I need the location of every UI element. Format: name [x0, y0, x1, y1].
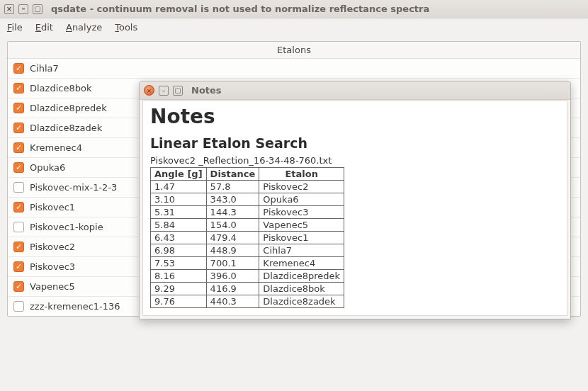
cell-distance: 416.9: [206, 283, 259, 295]
cell-angle: 5.84: [151, 219, 207, 232]
notes-window-title: Notes: [191, 85, 222, 96]
results-table: Angle [g] Distance Etalon 1.4757.8Piskov…: [150, 167, 344, 308]
col-angle: Angle [g]: [151, 168, 207, 181]
list-item-label: Kremenec4: [30, 142, 82, 153]
table-row: 6.43479.4Piskovec1: [151, 232, 344, 244]
cell-distance: 343.0: [206, 193, 259, 206]
close-icon[interactable]: ×: [144, 85, 154, 96]
cell-distance: 154.0: [206, 219, 259, 232]
checkbox[interactable]: [13, 142, 24, 153]
etalons-header: Etalons: [8, 42, 580, 59]
cell-angle: 8.16: [151, 270, 207, 283]
checkbox[interactable]: [13, 242, 24, 252]
checkbox[interactable]: [13, 162, 24, 173]
table-header-row: Angle [g] Distance Etalon: [151, 168, 344, 181]
col-etalon: Etalon: [259, 168, 344, 181]
checkbox[interactable]: [13, 103, 24, 113]
notes-heading: Notes: [150, 105, 560, 128]
menu-file[interactable]: File: [7, 22, 23, 33]
list-item-label: Piskovec-mix-1-2-3: [30, 182, 117, 193]
list-item-label: Dlazdice8predek: [30, 103, 107, 113]
cell-distance: 448.9: [206, 244, 259, 257]
list-item-label: Cihla7: [30, 63, 59, 74]
cell-angle: 7.53: [151, 257, 207, 270]
checkbox[interactable]: [13, 261, 24, 272]
checkbox[interactable]: [13, 281, 24, 292]
table-row: 1.4757.8Piskovec2: [151, 181, 344, 193]
checkbox[interactable]: [13, 301, 24, 312]
menu-tools[interactable]: Tools: [115, 22, 137, 33]
cell-angle: 6.43: [151, 232, 207, 244]
list-item-label: zzz-kremenec1-136: [30, 301, 120, 312]
cell-etalon: Dlazdice8predek: [259, 270, 344, 283]
list-item-label: Vapenec5: [30, 281, 75, 292]
cell-etalon: Opuka6: [259, 193, 344, 206]
col-distance: Distance: [206, 168, 259, 181]
notes-body: Notes Linear Etalon Search Piskovec2 _Re…: [142, 100, 567, 316]
cell-etalon: Dlazdice8zadek: [259, 295, 344, 308]
table-row: 9.76440.3Dlazdice8zadek: [151, 295, 344, 308]
menu-edit[interactable]: Edit: [35, 22, 53, 33]
checkbox[interactable]: [13, 202, 24, 212]
checkbox[interactable]: [13, 63, 24, 74]
cell-distance: 396.0: [206, 270, 259, 283]
menu-analyze[interactable]: Analyze: [66, 22, 102, 33]
table-row: 3.10343.0Opuka6: [151, 193, 344, 206]
checkbox[interactable]: [13, 182, 24, 193]
maximize-icon[interactable]: ▢: [33, 4, 43, 14]
window-title: qsdate - continuum removal is not used t…: [51, 4, 429, 14]
cell-distance: 440.3: [206, 295, 259, 308]
table-row: 5.84154.0Vapenec5: [151, 219, 344, 232]
list-item-label: Piskovec1: [30, 202, 75, 212]
table-row: 7.53700.1Kremenec4: [151, 257, 344, 270]
table-row: 8.16396.0Dlazdice8predek: [151, 270, 344, 283]
close-icon[interactable]: ×: [4, 4, 14, 14]
cell-angle: 5.31: [151, 206, 207, 219]
cell-distance: 144.3: [206, 206, 259, 219]
minimize-icon[interactable]: –: [159, 86, 169, 96]
menubar: File Edit Analyze Tools: [0, 18, 588, 35]
cell-etalon: Cihla7: [259, 244, 344, 257]
list-item-label: Dlazdice8zadek: [30, 123, 102, 133]
notes-titlebar[interactable]: × – ▢ Notes: [140, 81, 570, 100]
minimize-icon[interactable]: –: [18, 4, 28, 14]
cell-etalon: Piskovec2: [259, 181, 344, 193]
notes-subheading: Linear Etalon Search: [150, 135, 560, 151]
checkbox[interactable]: [13, 83, 24, 94]
cell-etalon: Piskovec3: [259, 206, 344, 219]
list-item-label: Piskovec2: [30, 242, 75, 252]
list-item-label: Dlazdice8bok: [30, 83, 91, 94]
cell-etalon: Kremenec4: [259, 257, 344, 270]
cell-angle: 6.98: [151, 244, 207, 257]
cell-etalon: Piskovec1: [259, 232, 344, 244]
cell-angle: 3.10: [151, 193, 207, 206]
cell-etalon: Dlazdice8bok: [259, 283, 344, 295]
cell-distance: 57.8: [206, 181, 259, 193]
list-item-label: Piskovec3: [30, 261, 75, 272]
main-titlebar: × – ▢ qsdate - continuum removal is not …: [0, 0, 588, 18]
list-item-label: Piskovec1-kopie: [30, 222, 103, 232]
cell-angle: 1.47: [151, 181, 207, 193]
list-item-label: Opuka6: [30, 162, 65, 173]
cell-angle: 9.76: [151, 295, 207, 308]
cell-distance: 479.4: [206, 232, 259, 244]
table-row: 6.98448.9Cihla7: [151, 244, 344, 257]
checkbox[interactable]: [13, 222, 24, 232]
notes-window[interactable]: × – ▢ Notes Notes Linear Etalon Search P…: [139, 81, 571, 319]
cell-angle: 9.29: [151, 283, 207, 295]
table-row: 5.31144.3Piskovec3: [151, 206, 344, 219]
cell-etalon: Vapenec5: [259, 219, 344, 232]
cell-distance: 700.1: [206, 257, 259, 270]
notes-filename: Piskovec2 _Reflection_16-34-48-760.txt: [150, 155, 560, 166]
maximize-icon[interactable]: ▢: [173, 86, 183, 96]
table-row: 9.29416.9Dlazdice8bok: [151, 283, 344, 295]
list-item[interactable]: Cihla7: [8, 59, 580, 79]
checkbox[interactable]: [13, 123, 24, 133]
